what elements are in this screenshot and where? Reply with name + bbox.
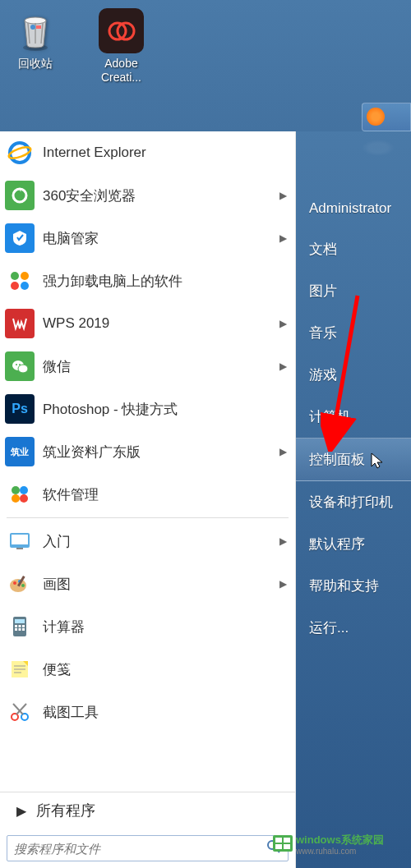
zhuye-icon: 筑业: [5, 437, 35, 466]
menu-item-ie[interactable]: Internet Explorer: [0, 131, 295, 174]
360-icon: [5, 181, 35, 210]
svg-point-25: [13, 581, 16, 585]
menu-item-sticky-notes[interactable]: 便笺: [0, 648, 295, 691]
right-item-pictures[interactable]: 图片: [296, 270, 411, 312]
svg-rect-23: [16, 548, 23, 549]
app-label: WPS 2019: [43, 315, 279, 332]
desktop-icon-recycle-bin[interactable]: 回收站: [4, 8, 66, 123]
snipping-tool-icon: [5, 697, 35, 727]
svg-rect-22: [12, 535, 28, 544]
svg-rect-53: [284, 844, 290, 849]
submenu-arrow-icon: ▶: [279, 318, 287, 329]
submenu-arrow-icon: ▶: [279, 190, 287, 201]
right-item-documents[interactable]: 文档: [296, 228, 411, 270]
start-menu: Internet Explorer 360安全浏览器 ▶ 电脑管家 ▶: [0, 131, 411, 868]
wechat-icon: [5, 351, 35, 381]
svg-point-18: [20, 486, 28, 494]
svg-point-9: [11, 272, 19, 280]
menu-item-wps[interactable]: WPS 2019 ▶: [0, 302, 295, 345]
svg-point-14: [18, 365, 28, 373]
sidebar-gadget[interactable]: [362, 103, 411, 131]
start-menu-right-panel: Administrator 文档 图片 音乐 游戏 计算机 控制面板 设备和打印…: [296, 131, 411, 868]
app-label: 电脑管家: [43, 229, 279, 248]
svg-point-27: [21, 584, 25, 587]
desktop: 回收站 Adobe Creati...: [0, 0, 411, 131]
adobe-cc-icon: [99, 8, 144, 53]
svg-rect-50: [275, 838, 282, 843]
svg-rect-52: [275, 844, 282, 849]
right-item-music[interactable]: 音乐: [296, 312, 411, 354]
right-item-administrator[interactable]: Administrator: [296, 189, 411, 228]
recycle-bin-icon: [12, 8, 58, 53]
submenu-arrow-icon: ▶: [279, 232, 287, 244]
menu-item-wechat[interactable]: 微信 ▶: [0, 345, 295, 388]
right-item-default-programs[interactable]: 默认程序: [296, 523, 411, 565]
menu-item-calculator[interactable]: 计算器: [0, 605, 295, 648]
sticky-notes-icon: [5, 654, 35, 684]
menu-item-photoshop[interactable]: Ps Photoshop - 快捷方式: [0, 388, 295, 430]
svg-point-16: [19, 364, 21, 365]
app-label: 筑业资料广东版: [43, 443, 279, 462]
program-list: Internet Explorer 360安全浏览器 ▶ 电脑管家 ▶: [0, 131, 295, 792]
submenu-arrow-icon: ▶: [279, 578, 287, 590]
svg-point-1: [25, 17, 46, 24]
svg-rect-36: [22, 628, 25, 631]
svg-rect-34: [15, 628, 17, 631]
svg-rect-30: [15, 619, 25, 623]
submenu-arrow-icon: ▶: [279, 446, 287, 457]
getting-started-icon: [5, 526, 35, 556]
menu-item-snipping-tool[interactable]: 截图工具: [0, 691, 295, 733]
paint-icon: [5, 569, 35, 599]
app-label: 画图: [43, 575, 279, 594]
menu-item-tencent[interactable]: 电脑管家 ▶: [0, 217, 295, 259]
menu-item-zhuye[interactable]: 筑业 筑业资料广东版 ▶: [0, 430, 295, 473]
app-label: 计算器: [43, 618, 287, 636]
right-item-control-panel[interactable]: 控制面板: [296, 438, 411, 481]
right-item-help-support[interactable]: 帮助和支持: [296, 565, 411, 607]
svg-point-19: [12, 494, 20, 503]
tencent-icon: [5, 223, 35, 253]
search-input[interactable]: [14, 842, 266, 856]
menu-item-360[interactable]: 360安全浏览器 ▶: [0, 174, 295, 217]
submenu-arrow-icon: ▶: [279, 535, 287, 547]
calculator-icon: [5, 612, 35, 641]
svg-rect-31: [15, 625, 17, 627]
watermark: windows系统家园 www.ruhalu.com: [273, 825, 404, 861]
svg-point-2: [30, 25, 35, 30]
wps-icon: [5, 309, 35, 338]
menu-item-software[interactable]: 软件管理: [0, 473, 295, 516]
search-box[interactable]: [7, 835, 289, 861]
app-label: 截图工具: [43, 703, 287, 722]
start-menu-left-panel: Internet Explorer 360安全浏览器 ▶ 电脑管家 ▶: [0, 131, 296, 868]
desktop-icon-adobe[interactable]: Adobe Creati...: [90, 8, 152, 123]
app-label: 强力卸载电脑上的软件: [43, 272, 287, 291]
software-icon: [5, 480, 35, 509]
app-label: 便笺: [43, 660, 287, 679]
svg-text:www.ruhalu.com: www.ruhalu.com: [295, 847, 356, 856]
right-item-computer[interactable]: 计算机: [296, 396, 411, 438]
svg-point-8: [13, 189, 26, 202]
all-programs-label: 所有程序: [36, 801, 95, 820]
menu-item-paint[interactable]: 画图 ▶: [0, 563, 295, 605]
right-item-devices-printers[interactable]: 设备和打印机: [296, 481, 411, 523]
right-item-games[interactable]: 游戏: [296, 354, 411, 396]
all-programs-button[interactable]: ▶ 所有程序: [0, 792, 295, 829]
app-label: 微信: [43, 357, 279, 376]
app-label: 软件管理: [43, 485, 287, 504]
submenu-arrow-icon: ▶: [279, 361, 287, 372]
svg-point-10: [21, 272, 29, 280]
uninstall-icon: [5, 266, 35, 296]
app-label: 入门: [43, 532, 279, 551]
svg-point-20: [20, 494, 28, 503]
arrow-right-icon: ▶: [16, 803, 26, 819]
right-item-run[interactable]: 运行...: [296, 607, 411, 649]
app-label: Internet Explorer: [43, 145, 287, 161]
ie-icon: [5, 138, 35, 168]
app-label: Photoshop - 快捷方式: [43, 400, 287, 419]
recycle-bin-label: 回收站: [18, 57, 53, 71]
menu-item-uninstall[interactable]: 强力卸载电脑上的软件: [0, 259, 295, 302]
photoshop-icon: Ps: [5, 394, 35, 424]
svg-rect-51: [284, 838, 290, 843]
menu-item-getting-started[interactable]: 入门 ▶: [0, 520, 295, 563]
menu-divider: [7, 517, 289, 518]
